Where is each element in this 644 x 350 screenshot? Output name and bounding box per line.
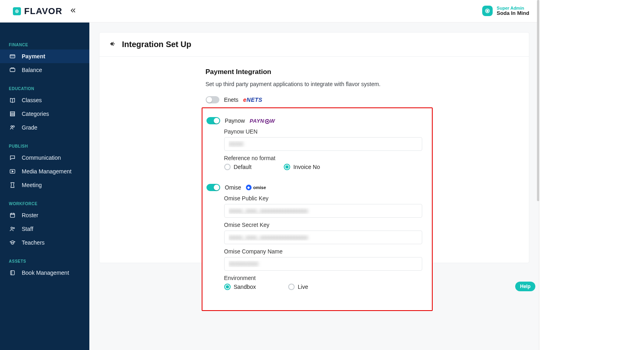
sidebar: FINANCE Payment Balance EDUCATION Classe… <box>0 23 89 350</box>
sidebar-item-label: Staff <box>22 226 33 232</box>
svg-rect-12 <box>10 213 15 217</box>
sidebar-item-classes[interactable]: Classes <box>0 93 89 107</box>
sidebar-heading-education: EDUCATION <box>0 82 89 93</box>
media-icon <box>9 168 16 175</box>
people-icon <box>9 226 16 232</box>
sidebar-item-label: Meeting <box>22 182 42 188</box>
omise-company-label: Omise Company Name <box>224 248 422 255</box>
radio-ref-default-label: Default <box>234 164 252 170</box>
page-title: Integration Set Up <box>122 40 191 49</box>
user-avatar-icon <box>482 6 493 16</box>
svg-rect-5 <box>10 68 15 72</box>
omise-secret-key-input[interactable] <box>224 231 422 244</box>
paynow-target-icon <box>265 119 270 124</box>
brand-mark-icon <box>13 7 21 15</box>
radio-env-sandbox-label: Sandbox <box>234 284 256 290</box>
sidebar-item-roster[interactable]: Roster <box>0 208 89 222</box>
svg-rect-15 <box>10 271 14 275</box>
sidebar-item-label: Teachers <box>22 239 45 246</box>
integration-row-omise: Omise omise <box>206 184 422 191</box>
radio-env-live-label: Live <box>298 284 308 290</box>
sidebar-item-label: Media Management <box>22 168 72 175</box>
svg-point-14 <box>13 227 14 229</box>
paynow-badge: PAYNW <box>250 117 275 124</box>
sidebar-item-label: Book Management <box>22 270 69 276</box>
omise-mark-icon <box>246 185 252 190</box>
svg-point-3 <box>487 10 488 12</box>
radio-ref-default[interactable] <box>224 164 231 170</box>
sidebar-item-balance[interactable]: Balance <box>0 63 89 77</box>
svg-rect-4 <box>10 55 15 58</box>
user-name: Soda In Mind <box>497 10 529 16</box>
sidebar-item-teachers[interactable]: Teachers <box>0 236 89 249</box>
sidebar-heading-publish: PUBLISH <box>0 140 89 151</box>
book2-icon <box>9 270 16 276</box>
enets-label: Enets <box>224 97 239 103</box>
svg-point-1 <box>17 11 17 12</box>
meeting-icon <box>9 182 16 188</box>
card: Integration Set Up Payment Integration S… <box>99 32 529 263</box>
sidebar-item-communication[interactable]: Communication <box>0 151 89 165</box>
book-icon <box>9 97 16 103</box>
highlight-box: Paynow PAYNW Paynow UEN Reference no for… <box>202 107 433 311</box>
sidebar-item-label: Roster <box>22 212 38 218</box>
radio-ref-invoice[interactable] <box>284 164 290 170</box>
sidebar-item-grade[interactable]: Grade <box>0 121 89 134</box>
sidebar-item-payment[interactable]: Payment <box>0 49 89 63</box>
scrollbar[interactable] <box>537 0 539 201</box>
omise-company-input[interactable] <box>224 257 422 271</box>
grade-icon <box>9 124 16 131</box>
user-menu[interactable]: Super Admin Soda In Mind <box>482 6 529 16</box>
sidebar-heading-assets: ASSETS <box>0 255 89 266</box>
sidebar-item-categories[interactable]: Categories <box>0 107 89 121</box>
sidebar-heading-finance: FINANCE <box>0 39 89 49</box>
omise-badge: omise <box>246 184 266 191</box>
integration-row-enets: Enets eNETS <box>206 96 423 103</box>
card-icon <box>9 53 16 60</box>
sidebar-item-media[interactable]: Media Management <box>0 165 89 178</box>
section-title: Payment Integration <box>206 68 423 76</box>
sidebar-collapse-button[interactable] <box>70 7 77 16</box>
toggle-paynow[interactable] <box>206 117 220 124</box>
paynow-uen-label: Paynow UEN <box>224 128 422 135</box>
stack-icon <box>9 111 16 117</box>
omise-public-key-label: Omise Public Key <box>224 195 422 202</box>
svg-rect-8 <box>10 115 15 116</box>
sidebar-item-staff[interactable]: Staff <box>0 222 89 236</box>
sidebar-heading-workforce: WORKFORCE <box>0 198 89 208</box>
svg-point-13 <box>11 227 12 229</box>
radio-env-live[interactable] <box>288 284 295 290</box>
toggle-omise[interactable] <box>206 184 220 191</box>
back-button[interactable] <box>109 40 116 49</box>
radio-env-sandbox[interactable] <box>224 284 231 290</box>
blank-margin <box>539 0 644 350</box>
omise-label: Omise <box>225 184 241 191</box>
paynow-label: Paynow <box>225 117 245 124</box>
cap-icon <box>9 239 16 246</box>
help-button[interactable]: Help <box>515 282 535 291</box>
omise-env-label: Environment <box>224 275 422 281</box>
svg-rect-7 <box>10 113 15 115</box>
sidebar-item-label: Grade <box>22 124 37 131</box>
omise-public-key-input[interactable] <box>224 204 422 218</box>
main-content: Integration Set Up Payment Integration S… <box>89 23 539 350</box>
svg-rect-6 <box>10 112 15 113</box>
sidebar-item-meeting[interactable]: Meeting <box>0 178 89 192</box>
brand-logo[interactable]: FLAVOR <box>13 6 62 16</box>
omise-secret-key-label: Omise Secret Key <box>224 222 422 228</box>
sidebar-item-book-management[interactable]: Book Management <box>0 266 89 280</box>
sidebar-item-label: Classes <box>22 97 42 103</box>
svg-point-10 <box>13 126 14 127</box>
integration-row-paynow: Paynow PAYNW <box>206 117 422 124</box>
brand-name: FLAVOR <box>24 6 62 16</box>
calendar-icon <box>9 212 16 218</box>
svg-point-9 <box>11 126 12 127</box>
radio-ref-invoice-label: Invoice No <box>293 164 320 170</box>
enets-badge: eNETS <box>243 96 262 103</box>
paynow-uen-input[interactable] <box>224 137 422 151</box>
wallet-icon <box>9 67 16 73</box>
toggle-enets[interactable] <box>206 96 219 103</box>
paynow-ref-label: Reference no format <box>224 155 422 161</box>
topbar: FLAVOR Super Admin Soda In Mind <box>0 0 539 23</box>
section-description: Set up third party payment applications … <box>206 81 423 87</box>
